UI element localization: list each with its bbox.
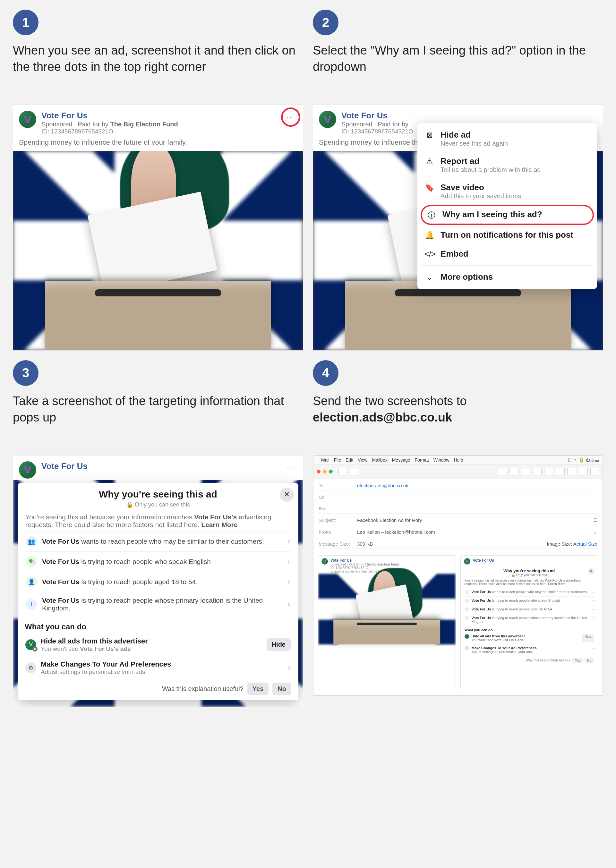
image-size-select[interactable]: Actual Size bbox=[574, 541, 597, 546]
dropdown-save-video[interactable]: 🔖 Save video Add this to your saved item… bbox=[417, 178, 597, 204]
step-2-text: Select the "Why am I seeing this ad?" op… bbox=[313, 42, 603, 97]
learn-more-link[interactable]: Learn More bbox=[201, 521, 237, 528]
ballot-box bbox=[45, 281, 271, 350]
ad-post-meta: Vote For Us Sponsored · Paid for by The … bbox=[41, 111, 279, 135]
mail-subject-field[interactable]: Subject: Facebook Election Ad for Rory ☰ bbox=[318, 515, 598, 526]
dropdown-more-options[interactable]: ⌄ More options bbox=[417, 267, 597, 286]
attachment-targeting-screenshot[interactable]: V Vote For Us Why you're seeing this ad … bbox=[460, 555, 598, 690]
action-ad-preferences[interactable]: ⚙ Make Changes To Your Ad Preferences Ad… bbox=[25, 656, 291, 680]
step-4: 4 Send the two screenshots to election.a… bbox=[313, 360, 603, 707]
menu-file[interactable]: File bbox=[334, 457, 341, 463]
menu-format[interactable]: Format bbox=[415, 457, 429, 463]
report-icon: ⚠ bbox=[424, 157, 435, 166]
targeting-row-location[interactable]: f Vote For Us is trying to reach people … bbox=[25, 592, 291, 617]
maximize-window-icon[interactable] bbox=[329, 469, 333, 474]
dropdown-report-ad[interactable]: ⚠ Report ad Tell us about a problem with… bbox=[417, 152, 597, 178]
explanation-useful-row: Was this explanation useful? Yes No bbox=[25, 683, 291, 695]
chevron-right-icon: › bbox=[287, 557, 290, 567]
targeting-row-age[interactable]: 👤 Vote For Us is trying to reach people … bbox=[25, 571, 291, 592]
ballot-slot bbox=[95, 289, 221, 297]
highlight-circle bbox=[281, 107, 300, 127]
menu-message[interactable]: Message bbox=[392, 457, 410, 463]
dropdown-turn-on-notifications[interactable]: 🔔 Turn on notifications for this post bbox=[417, 226, 597, 245]
post-options-dropdown: ⊠ Hide ad Never see this ad again ⚠ Repo… bbox=[417, 123, 597, 289]
advertiser-avatar-small: V ✕ bbox=[25, 639, 36, 650]
toolbar-button[interactable] bbox=[533, 468, 542, 476]
target-email: election.ads@bbc.co.uk bbox=[313, 411, 452, 424]
toolbar-button[interactable] bbox=[350, 468, 359, 476]
post-options-button[interactable]: ··· bbox=[284, 461, 297, 474]
toolbar-button[interactable] bbox=[567, 468, 576, 476]
modal-close-button[interactable]: ✕ bbox=[280, 488, 294, 502]
modal-title: Why you're seeing this ad bbox=[25, 489, 291, 500]
targeting-list: 👥 Vote For Us wants to reach people who … bbox=[25, 531, 291, 617]
menu-mail[interactable]: Mail bbox=[321, 457, 330, 463]
post-options-button[interactable]: ··· bbox=[284, 111, 297, 124]
menu-mailbox[interactable]: Mailbox bbox=[372, 457, 387, 463]
mail-attachments: V Vote For Us Sponsored · Paid for by Th… bbox=[313, 552, 602, 695]
what-you-can-do-heading: What you can do bbox=[25, 622, 291, 631]
mail-bcc-field[interactable]: Bcc: bbox=[318, 504, 598, 513]
dropdown-why-seeing-ad[interactable]: ⓘ Why am I seeing this ad? bbox=[421, 205, 594, 225]
dropdown-hide-ad[interactable]: ⊠ Hide ad Never see this ad again bbox=[417, 126, 597, 152]
step-1-screenshot: V Vote For Us Sponsored · Paid for by Th… bbox=[13, 105, 303, 351]
mail-from-field[interactable]: From: Leo Kelion – leokelion@hotmail.com… bbox=[318, 527, 598, 537]
targeting-row-language[interactable]: 🗣 Vote For Us is trying to reach people … bbox=[25, 551, 291, 571]
toolbar-button[interactable] bbox=[498, 468, 507, 476]
instructions-graphic: 1 When you see an ad, screenshot it and … bbox=[0, 0, 616, 868]
toolbar-button[interactable] bbox=[338, 468, 347, 476]
useful-question: Was this explanation useful? bbox=[162, 685, 244, 692]
chevron-right-icon: › bbox=[287, 536, 290, 546]
step-3-screenshot: V Vote For Us ··· ✕ Why you're seeing th… bbox=[13, 455, 303, 707]
steps-grid: 1 When you see an ad, screenshot it and … bbox=[13, 9, 603, 707]
toolbar-button[interactable] bbox=[556, 468, 565, 476]
mail-cc-field[interactable]: Cc: bbox=[318, 492, 598, 502]
toolbar-button[interactable] bbox=[590, 468, 599, 476]
advertiser-name: Vote For Us bbox=[41, 111, 279, 121]
mini-close: ✕ bbox=[588, 568, 594, 574]
step-1: 1 When you see an ad, screenshot it and … bbox=[13, 9, 303, 351]
minimize-window-icon[interactable] bbox=[323, 469, 327, 474]
hide-button[interactable]: Hide bbox=[267, 638, 291, 651]
mail-sig-icon[interactable]: ☰ bbox=[593, 517, 597, 523]
advertiser-avatar: V bbox=[19, 111, 36, 128]
attachment-ad-screenshot[interactable]: V Vote For Us Sponsored · Paid for by Th… bbox=[318, 555, 456, 690]
step-1-number: 1 bbox=[13, 9, 39, 35]
dropdown-embed[interactable]: </> Embed bbox=[417, 245, 597, 263]
action-hide-title: Hide all ads from this advertiser bbox=[41, 637, 262, 645]
advertiser-avatar: V bbox=[319, 111, 336, 128]
targeting-row-similar-audience[interactable]: 👥 Vote For Us wants to reach people who … bbox=[25, 531, 291, 551]
toolbar-button[interactable] bbox=[579, 468, 588, 476]
close-window-icon[interactable] bbox=[317, 469, 321, 474]
window-traffic-lights[interactable] bbox=[317, 469, 333, 474]
step-3-text: Take a screenshot of the targeting infor… bbox=[13, 393, 303, 447]
step-4-screenshot: Mail File Edit View Mailbox Message Form… bbox=[313, 455, 603, 696]
mini-why-modal: Why you're seeing this ad ✕ 🔒 Only you c… bbox=[461, 565, 598, 666]
info-icon: ⓘ bbox=[426, 210, 437, 220]
bell-icon: 🔔 bbox=[424, 231, 435, 240]
mini-avatar: V bbox=[464, 558, 470, 565]
menubar-status-icons: ⚙ ᯤ 🔋 ⏻ ⌕ ☰ bbox=[567, 457, 599, 463]
useful-yes-button[interactable]: Yes bbox=[247, 683, 269, 695]
mail-from-dropdown-icon[interactable]: ⌄ bbox=[593, 529, 597, 535]
dropdown-hide-ad-title: Hide ad bbox=[440, 130, 508, 140]
menu-help[interactable]: Help bbox=[454, 457, 463, 463]
bookmark-icon: 🔖 bbox=[424, 183, 435, 192]
menu-edit[interactable]: Edit bbox=[346, 457, 353, 463]
toolbar-button[interactable] bbox=[509, 468, 519, 476]
menu-window[interactable]: Window bbox=[434, 457, 449, 463]
toolbar-button[interactable] bbox=[544, 468, 553, 476]
dropdown-hide-ad-subtitle: Never see this ad again bbox=[440, 140, 508, 147]
mail-to-field[interactable]: To: election.ads@bbc.co.uk bbox=[318, 481, 598, 490]
sponsored-prefix: Sponsored · Paid for by bbox=[41, 121, 110, 128]
ad-post-header: V Vote For Us ··· bbox=[13, 455, 303, 480]
why-seeing-this-ad-modal: ✕ Why you're seeing this ad Only you can… bbox=[18, 483, 299, 700]
chevron-right-icon: › bbox=[288, 663, 291, 673]
step-2-number: 2 bbox=[313, 9, 338, 35]
useful-no-button[interactable]: No bbox=[272, 683, 291, 695]
mail-to-value: election.ads@bbc.co.uk bbox=[357, 483, 409, 488]
toolbar-button[interactable] bbox=[521, 468, 530, 476]
menu-view[interactable]: View bbox=[358, 457, 367, 463]
embed-icon: </> bbox=[424, 250, 435, 259]
ad-sponsored-line: Sponsored · Paid for by The Big Election… bbox=[41, 121, 279, 128]
